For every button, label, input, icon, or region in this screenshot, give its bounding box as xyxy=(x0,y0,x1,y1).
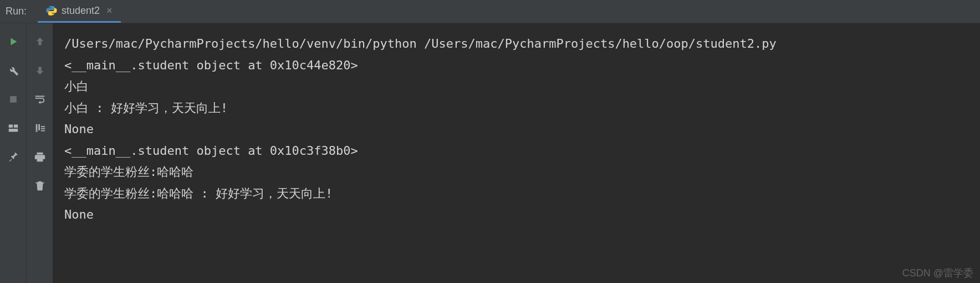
close-icon[interactable]: × xyxy=(106,5,113,17)
wrench-icon[interactable] xyxy=(6,63,21,78)
console-line: 小白 : 好好学习，天天向上! xyxy=(64,98,969,119)
run-left-toolbar xyxy=(0,23,27,283)
stop-button[interactable] xyxy=(6,92,21,107)
rerun-button[interactable] xyxy=(6,34,21,49)
run-tab-label: student2 xyxy=(62,5,100,17)
console-line: 学委的学生粉丝:哈哈哈 : 好好学习，天天向上! xyxy=(64,183,969,205)
watermark-text: CSDN @雷学委 xyxy=(902,266,973,280)
pin-icon[interactable] xyxy=(6,150,21,164)
run-label: Run: xyxy=(6,6,27,17)
svg-rect-0 xyxy=(10,96,17,103)
run-panel-header: Run: student2 × xyxy=(0,0,980,23)
console-output[interactable]: /Users/mac/PycharmProjects/hello/venv/bi… xyxy=(53,23,980,283)
console-line: /Users/mac/PycharmProjects/hello/venv/bi… xyxy=(64,33,969,55)
print-icon[interactable] xyxy=(33,150,47,164)
trash-icon[interactable] xyxy=(33,179,47,193)
console-line: <__main__.student object at 0x10c44e820> xyxy=(64,55,969,77)
console-line: None xyxy=(64,119,969,140)
soft-wrap-icon[interactable] xyxy=(33,92,47,107)
scroll-to-end-icon[interactable] xyxy=(33,121,47,135)
layout-icon[interactable] xyxy=(6,121,21,135)
console-line: 学委的学生粉丝:哈哈哈 xyxy=(64,161,969,183)
run-console-toolbar xyxy=(27,23,53,283)
run-panel-body: /Users/mac/PycharmProjects/hello/venv/bi… xyxy=(0,23,980,283)
console-line: None xyxy=(64,204,969,226)
arrow-down-icon[interactable] xyxy=(33,63,47,78)
console-line: 小白 xyxy=(64,76,969,98)
console-line: <__main__.student object at 0x10c3f38b0> xyxy=(64,140,969,162)
python-file-icon xyxy=(46,5,57,16)
run-tab[interactable]: student2 × xyxy=(38,0,121,23)
arrow-up-icon[interactable] xyxy=(33,34,47,49)
